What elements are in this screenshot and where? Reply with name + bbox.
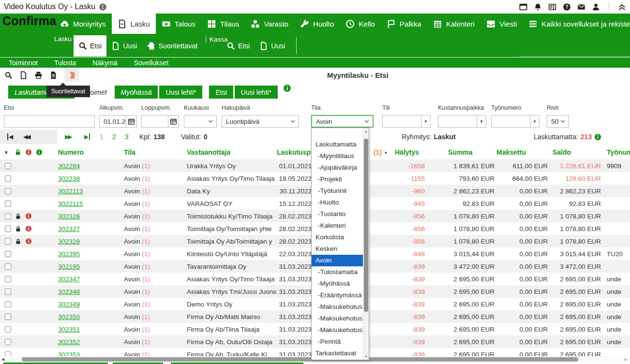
row-checkbox[interactable] bbox=[5, 163, 11, 169]
row-checkbox[interactable] bbox=[5, 301, 11, 307]
invoice-number-link[interactable]: 3022113 bbox=[58, 188, 83, 195]
tila-select[interactable]: Avoin bbox=[311, 115, 374, 128]
dropdown-option--maksukehotus2[interactable]: -Maksukehotus2 bbox=[312, 313, 363, 324]
tab-uusi-lehti-[interactable]: Uusi lehti* bbox=[235, 86, 278, 99]
page-link-1[interactable]: 1 bbox=[100, 130, 104, 144]
scroll-up-arrow-icon[interactable]: ▲ bbox=[363, 130, 369, 133]
news-icon[interactable] bbox=[548, 3, 556, 11]
page-link-3[interactable]: 3 bbox=[125, 130, 129, 144]
tab-uusi-lehti-[interactable]: Uusi lehti* bbox=[159, 86, 202, 99]
row-checkbox[interactable] bbox=[5, 326, 11, 333]
column-header-summa[interactable]: Summa bbox=[427, 145, 496, 160]
column-info[interactable] bbox=[34, 145, 45, 160]
dropdown-option--myyntitilaus[interactable]: -Myyntitilaus bbox=[312, 150, 363, 162]
subnav-kassa-etsi-button[interactable]: Etsi bbox=[222, 35, 255, 57]
mail-icon[interactable] bbox=[577, 3, 585, 11]
nav-item-huolto[interactable]: Huolto bbox=[294, 14, 340, 34]
row-checkbox[interactable] bbox=[5, 263, 11, 270]
column-header-tyonumero[interactable]: Työnumero bbox=[603, 145, 630, 160]
loppupvm-calendar-button[interactable] bbox=[168, 116, 179, 127]
subnav-uusi-button[interactable]: Uusi bbox=[106, 35, 142, 57]
person-icon[interactable] bbox=[592, 3, 600, 11]
nav-item-moniyritys[interactable]: Moniyritys bbox=[54, 14, 112, 34]
invoice-number-link[interactable]: 302350 bbox=[58, 313, 80, 320]
invoice-number-link[interactable]: 302352 bbox=[58, 338, 80, 346]
dropdown-option--myöhässä[interactable]: -Myöhässä bbox=[312, 278, 363, 290]
menubar-item-tulosta[interactable]: Tulosta bbox=[54, 59, 76, 67]
invoice-number-link[interactable]: 302238 bbox=[58, 175, 80, 182]
kuukausi-select[interactable] bbox=[184, 115, 217, 128]
new-document-button[interactable] bbox=[19, 71, 28, 79]
globe-icon[interactable] bbox=[99, 3, 107, 11]
dropdown-option-tarkastettavat[interactable]: Tarkastettavat bbox=[312, 348, 363, 359]
invoice-number-link[interactable]: 302347 bbox=[58, 276, 80, 283]
column-header-saldo[interactable]: Saldo bbox=[550, 145, 603, 160]
column-header-halytys[interactable]: Hälytys bbox=[389, 145, 427, 160]
scrollbar-thumb[interactable] bbox=[364, 139, 368, 312]
row-checkbox[interactable] bbox=[5, 289, 11, 295]
menubar-item-toiminnot[interactable]: Toiminnot bbox=[9, 59, 38, 67]
nav-item-tilaus[interactable]: Tilaus bbox=[201, 14, 245, 34]
tili-combo[interactable]: ▼ bbox=[382, 115, 431, 128]
column-header-vastaanottaja[interactable]: Vastaanottaja bbox=[175, 145, 277, 160]
dropdown-option--maksukehotus3[interactable]: -Maksukehotus3 bbox=[312, 324, 363, 336]
alkupvm-date[interactable]: 01.01.2019 bbox=[99, 115, 137, 128]
dropdown-option--ajopäiväkirja[interactable]: -Ajopäiväkirja bbox=[312, 162, 363, 174]
dropdown-option-korkolista[interactable]: Korkolista bbox=[312, 232, 363, 243]
tyonumero-combo[interactable]: ▼ bbox=[491, 115, 540, 128]
column-header-numero[interactable]: Numero bbox=[45, 145, 112, 160]
last-page-button[interactable]: ▶ bbox=[84, 130, 90, 144]
dropdown-option--projekti[interactable]: -Projekti bbox=[312, 174, 363, 185]
search-tool-button[interactable] bbox=[4, 71, 13, 79]
tab-myöhässä[interactable]: Myöhässä bbox=[115, 86, 158, 99]
scroll-left-arrow-icon[interactable]: ◀ bbox=[1, 356, 4, 363]
dropdown-option--tulostamatta[interactable]: -Tulostamatta bbox=[312, 266, 363, 278]
etsi-text-input[interactable] bbox=[4, 116, 94, 127]
invoice-number-link[interactable]: 302348 bbox=[58, 288, 80, 295]
nav-item-kalenteri[interactable]: Kalenteri bbox=[427, 14, 480, 34]
help-icon[interactable]: ? bbox=[563, 3, 571, 11]
dropdown-option-laskuttamatta[interactable]: Laskuttamatta bbox=[312, 139, 363, 150]
dropdown-option--tuotanto[interactable]: -Tuotanto bbox=[312, 208, 363, 220]
row-checkbox[interactable] bbox=[5, 314, 11, 320]
bell-icon[interactable] bbox=[534, 3, 542, 11]
hakupaiva-select[interactable]: Luontipäivä bbox=[222, 115, 299, 128]
row-checkbox[interactable] bbox=[5, 276, 11, 282]
nav-item-viesti[interactable]: Viesti bbox=[480, 14, 523, 34]
loppupvm-date[interactable] bbox=[141, 115, 179, 128]
subnav-suoritettavat-button[interactable]: Suoritettavat bbox=[142, 35, 202, 57]
kustannuspaikka-dropdown-button[interactable]: ▼ bbox=[477, 116, 486, 127]
column-alert[interactable] bbox=[23, 145, 34, 160]
subnav-kassa-uusi-button[interactable]: Uusi bbox=[255, 35, 290, 57]
row-checkbox[interactable] bbox=[5, 251, 11, 257]
dropdown-option-kesken[interactable]: Kesken bbox=[312, 243, 363, 255]
chevrons-up-icon[interactable] bbox=[618, 3, 626, 11]
invoice-number-link[interactable]: 302351 bbox=[58, 326, 80, 333]
invoice-number-link[interactable]: 302349 bbox=[58, 301, 80, 308]
unbilled-info-icon[interactable] bbox=[594, 133, 601, 141]
row-checkbox[interactable] bbox=[5, 226, 11, 232]
tili-dropdown-button[interactable]: ▼ bbox=[421, 116, 430, 127]
scroll-right-arrow-icon[interactable]: ▶ bbox=[625, 356, 628, 363]
previous-page-button[interactable]: ◀◀ bbox=[23, 130, 29, 144]
dropdown-option--työtunnit[interactable]: -Työtunnit bbox=[312, 185, 363, 197]
row-checkbox[interactable] bbox=[5, 201, 11, 207]
row-checkbox[interactable] bbox=[5, 238, 11, 245]
dropdown-option-avoin[interactable]: Avoin bbox=[312, 255, 363, 266]
invoice-number-link[interactable]: 302195 bbox=[58, 263, 80, 270]
dropdown-option--kalenteri[interactable]: -Kalenteri bbox=[312, 220, 363, 232]
subnav-etsi-button[interactable]: Etsi bbox=[74, 35, 106, 57]
dropdown-option--huolto[interactable]: -Huolto bbox=[312, 197, 363, 208]
alkupvm-calendar-button[interactable] bbox=[126, 116, 136, 127]
first-page-button[interactable]: ◀ bbox=[7, 130, 13, 144]
column-header-tila[interactable]: Tila bbox=[112, 145, 175, 160]
invoice-number-link[interactable]: 3022115 bbox=[58, 200, 83, 207]
document-report-button[interactable] bbox=[49, 71, 58, 79]
window-icon[interactable] bbox=[519, 3, 527, 11]
page-link-2[interactable]: 2 bbox=[112, 130, 116, 144]
column-header-maksettu[interactable]: Maksettu bbox=[496, 145, 550, 160]
dropdown-option--perintä[interactable]: -Perintä bbox=[312, 336, 363, 348]
tab-etsi[interactable]: Etsi bbox=[209, 86, 233, 99]
kustannuspaikka-combo[interactable]: ▼ bbox=[438, 115, 486, 128]
tila-dropdown-scrollbar[interactable]: ▲ ▼ bbox=[363, 128, 369, 360]
